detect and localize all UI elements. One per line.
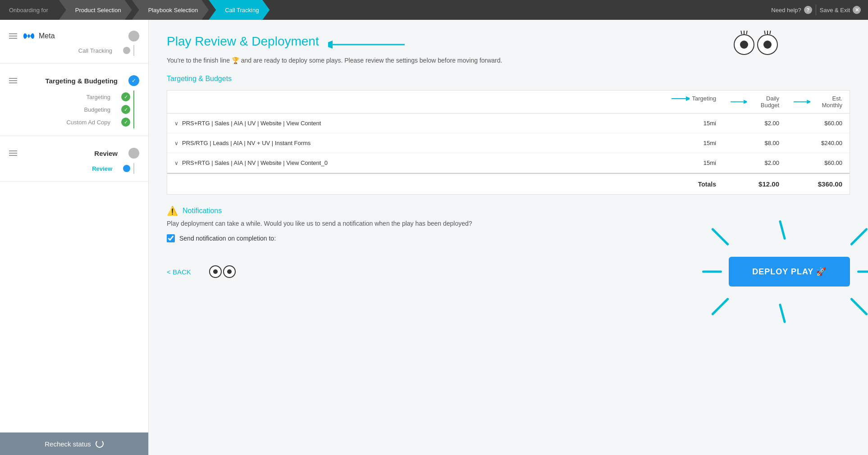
nav-step-playbook: Playbook Selection [132, 0, 209, 20]
targeting-budgeting-title: Targeting & Budgeting [23, 77, 123, 85]
row-monthly-2: $60.00 [779, 159, 842, 166]
need-help-button[interactable]: Need help? ? [771, 6, 812, 14]
targeting-sub-status: ✓ [121, 92, 130, 101]
expand-btn-2[interactable]: ∨ [174, 160, 178, 166]
row-daily-0: $2.00 [716, 120, 779, 127]
call-tracking-label: Call Tracking [9, 47, 118, 54]
totals-label: Totals [653, 181, 716, 188]
sidebar-meta-section: Meta Call Tracking [0, 20, 148, 64]
back-link[interactable]: < BACK [167, 268, 191, 276]
targeting-section-header: Targeting & Budgeting ✓ [0, 71, 148, 91]
notifications-text: Play deployment can take a while. Would … [167, 220, 850, 227]
row-name-1: ∨ PRS/RTG | Leads | AIA | NV + UV | Inst… [174, 140, 653, 146]
row-monthly-1: $240.00 [779, 140, 842, 146]
eyes-decoration-bottom [209, 265, 236, 278]
eye-left-big [734, 34, 754, 55]
teal-arrow-icon [328, 38, 409, 51]
page-title: Play Review & Deployment [167, 34, 319, 49]
sidebar-targeting-section: Targeting & Budgeting ✓ Targeting ✓ Budg… [0, 64, 148, 136]
row-targeting-2: 15mi [653, 159, 716, 166]
expand-btn-0[interactable]: ∨ [174, 120, 178, 127]
nav-step-label: Product Selection [75, 7, 121, 14]
deploy-area: DEPLOY PLAY 🚀 [729, 257, 850, 287]
sidebar-targeting-item: Targeting ✓ [0, 91, 139, 103]
col-hdr-name [167, 95, 660, 109]
review-hamburger-icon[interactable] [9, 150, 17, 156]
burst-line-mr [857, 271, 868, 273]
nav-right-actions: Need help? ? Save & Exit ✕ [771, 0, 868, 20]
eye-right-big [757, 34, 778, 55]
save-exit-label: Save & Exit [820, 7, 850, 14]
burst-line-tr [850, 228, 868, 246]
bottom-area: < BACK [167, 257, 850, 287]
budgeting-sub-label: Budgeting [9, 106, 116, 113]
eye-left-small [209, 265, 222, 278]
row-daily-2: $2.00 [716, 159, 779, 166]
expand-btn-1[interactable]: ∨ [174, 140, 178, 146]
burst-line-bl [711, 297, 729, 315]
col-headers-row: Targeting Daily Budget [167, 91, 850, 114]
hamburger-icon[interactable] [9, 33, 17, 39]
review-sub-status [123, 165, 130, 172]
sidebar: Meta Call Tracking Targeting & Budge [0, 20, 149, 455]
meta-logo-area: Meta [23, 32, 123, 40]
nav-divider [816, 5, 816, 15]
meta-label: Meta [39, 32, 55, 40]
sidebar-budgeting-item: Budgeting ✓ [0, 103, 139, 116]
sidebar-custom-ad-item: Custom Ad Copy ✓ [0, 116, 139, 128]
eyes-decoration-top [734, 34, 778, 55]
main-layout: Meta Call Tracking Targeting & Budge [0, 20, 868, 455]
daily-col-header: Daily Budget [731, 95, 779, 109]
targeting-hamburger-icon[interactable] [9, 78, 17, 83]
targeting-col-header: Targeting [667, 95, 716, 102]
targeting-arrow-icon [672, 96, 690, 102]
call-tracking-status [123, 47, 130, 54]
review-section-header: Review [0, 143, 148, 163]
eye-right-small [223, 265, 236, 278]
deploy-play-button[interactable]: DEPLOY PLAY 🚀 [729, 257, 850, 287]
table-row-0: ∨ PRS+RTG | Sales | AIA | UV | Website |… [167, 114, 850, 133]
send-notification-checkbox[interactable] [167, 234, 175, 242]
sidebar-call-tracking-item: Call Tracking [0, 45, 139, 56]
burst-line-br [850, 297, 868, 315]
row-label-0: PRS+RTG | Sales | AIA | UV | Website | V… [182, 120, 321, 127]
custom-ad-status: ✓ [121, 118, 130, 127]
refresh-icon [96, 440, 104, 448]
burst-line-ml [702, 271, 722, 273]
top-nav: Onboarding for Product Selection Playboo… [0, 0, 868, 20]
recheck-status-button[interactable]: Recheck status [0, 432, 148, 455]
row-label-2: PRS+RTG | Sales | AIA | NV | Website | V… [182, 159, 328, 166]
monthly-arrow-icon [794, 99, 810, 105]
budgeting-sub-status: ✓ [121, 105, 130, 114]
row-label-1: PRS/RTG | Leads | AIA | NV + UV | Instan… [182, 140, 311, 146]
nav-step-label: Playbook Selection [148, 7, 198, 14]
nav-step-product: Product Selection [59, 0, 132, 20]
sidebar-review-sub-item: Review [0, 163, 139, 174]
daily-arrow-icon [731, 99, 747, 105]
sidebar-meta-header: Meta [0, 27, 148, 45]
nav-step-label: Onboarding for [9, 7, 48, 14]
targeting-section-title: Targeting & Budgets [167, 75, 850, 83]
page-subtitle: You're to the finish line 🏆 and are read… [167, 57, 850, 64]
row-targeting-0: 15mi [653, 120, 716, 127]
need-help-label: Need help? [771, 7, 801, 14]
totals-row: Totals $12.00 $360.00 [167, 173, 850, 194]
review-sub-label: Review [9, 165, 118, 172]
meta-status-dot [128, 31, 139, 41]
row-name-0: ∨ PRS+RTG | Sales | AIA | UV | Website |… [174, 120, 653, 127]
warning-icon: ⚠️ [167, 205, 178, 216]
col-hdr-monthly: Est. Monthly [786, 95, 850, 109]
row-name-2: ∨ PRS+RTG | Sales | AIA | NV | Website |… [174, 159, 653, 166]
notifications-section: ⚠️ Notifications Play deployment can tak… [167, 205, 850, 242]
notification-checkbox-row: Send notification on completion to: [167, 234, 850, 242]
review-title: Review [23, 150, 123, 157]
table-row-1: ∨ PRS/RTG | Leads | AIA | NV + UV | Inst… [167, 133, 850, 153]
custom-ad-copy-label: Custom Ad Copy [9, 119, 116, 126]
targeting-sub-label: Targeting [9, 94, 116, 100]
nav-step-label: Call Tracking [225, 7, 259, 14]
send-notification-label: Send notification on completion to: [179, 235, 276, 242]
meta-logo-icon [23, 32, 35, 40]
totals-daily: $12.00 [716, 180, 779, 188]
save-exit-button[interactable]: Save & Exit ✕ [820, 6, 861, 14]
help-icon: ? [804, 6, 812, 14]
